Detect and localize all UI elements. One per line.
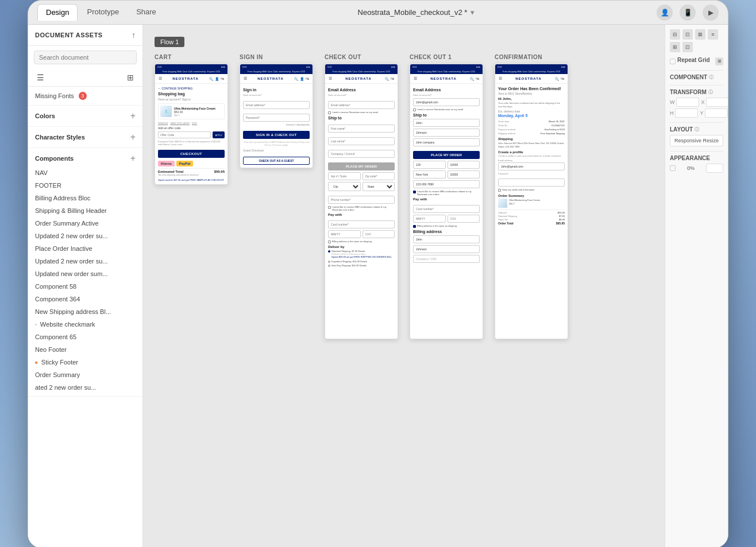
cart-save[interactable]: SAVE FOR LATER: [170, 122, 190, 125]
component-billing[interactable]: Billing Address Bloc: [28, 192, 142, 204]
rp-distribute[interactable]: ≡: [708, 29, 718, 40]
dropdown-icon[interactable]: ▾: [470, 8, 475, 17]
confirmation-frame[interactable]: 9:41●●● Free shipping With Care Club mem…: [495, 64, 568, 339]
checkout-email-checkbox[interactable]: [328, 111, 331, 114]
checkout-standard-radio[interactable]: [328, 250, 330, 253]
cart-bag-icon[interactable]: 🛍: [221, 77, 224, 81]
signin-search-icon[interactable]: 🔍: [294, 77, 298, 81]
checkout-email[interactable]: [328, 101, 395, 109]
rp-align-left[interactable]: ⊟: [670, 29, 680, 40]
checkout-phone[interactable]: [328, 196, 395, 204]
checkout1-billing-checkbox[interactable]: [413, 225, 416, 228]
component-65[interactable]: Component 65: [28, 331, 142, 343]
component-nav[interactable]: NAV: [28, 166, 142, 179]
signin-password[interactable]: [243, 114, 310, 122]
component-order-summary-2[interactable]: Order Summary: [28, 368, 142, 381]
components-header[interactable]: Components +: [28, 150, 142, 166]
component-footer[interactable]: FOOTER: [28, 179, 142, 192]
x-input[interactable]: [706, 98, 728, 107]
checkout-place-order[interactable]: PLACE MY ORDER: [328, 162, 395, 170]
rp-align-right[interactable]: ⊠: [695, 29, 705, 40]
component-checkmark[interactable]: ◦ Website checkmark: [28, 318, 142, 331]
checkout-billing-checkbox[interactable]: [328, 240, 331, 243]
missing-fonts-row[interactable]: Missing Fonts 3: [28, 89, 142, 103]
component-364[interactable]: Component 364: [28, 293, 142, 305]
checkout-company[interactable]: [328, 150, 395, 158]
list-view-btn[interactable]: ☰: [34, 71, 47, 84]
cart-hamburger[interactable]: ☰: [159, 76, 162, 81]
component-order-summary[interactable]: Order Summary Active: [28, 217, 142, 230]
checkout1-email-checkbox[interactable]: [413, 108, 416, 111]
repeat-grid-icon[interactable]: ⊞: [715, 57, 723, 65]
opacity-input[interactable]: [706, 164, 723, 173]
responsive-resize-btn[interactable]: Responsive Resize: [670, 135, 723, 146]
cart-remove[interactable]: REMOVE: [158, 122, 168, 125]
conf-hamburger[interactable]: ☰: [499, 76, 502, 81]
component-updated-1[interactable]: Updated 2 new order su...: [28, 230, 142, 242]
colors-header[interactable]: Colors +: [28, 108, 142, 124]
opacity-checkbox[interactable]: [670, 165, 676, 171]
checkout-expedited-radio[interactable]: [328, 261, 330, 263]
signin-email[interactable]: [243, 101, 310, 109]
component-new-shipping[interactable]: New Shipping address Bl...: [28, 305, 142, 318]
cart-account-icon[interactable]: 👤: [215, 77, 219, 81]
checkout-cvv[interactable]: [362, 230, 395, 238]
component-58[interactable]: Component 58: [28, 280, 142, 293]
cart-edit[interactable]: EDIT: [192, 122, 197, 125]
checkout1-search-icon[interactable]: 🔍: [470, 77, 474, 81]
rp-align-center[interactable]: ⊡: [682, 29, 693, 40]
component-info-icon[interactable]: ⓘ: [709, 74, 713, 80]
char-styles-header[interactable]: Character Styles +: [28, 129, 142, 145]
char-styles-add-icon[interactable]: +: [130, 133, 136, 142]
mobile-preview-icon[interactable]: 📱: [680, 5, 696, 21]
component-ated[interactable]: ated 2 new order su...: [28, 381, 142, 394]
conf-search-icon[interactable]: 🔍: [555, 77, 559, 81]
repeat-grid-checkbox[interactable]: [670, 59, 676, 64]
continue-shopping[interactable]: ← CONTINUE SHOPPING: [158, 87, 225, 90]
signin-account-icon[interactable]: 👤: [300, 77, 304, 81]
checkout-card[interactable]: [328, 220, 395, 228]
signin-hamburger[interactable]: ☰: [244, 76, 247, 81]
checkout-mmyy[interactable]: [328, 230, 361, 238]
offer-input[interactable]: [158, 131, 211, 138]
y-input[interactable]: [705, 108, 728, 118]
signin-bag-icon[interactable]: 🛍: [306, 77, 309, 81]
checkout-apt[interactable]: [328, 172, 361, 180]
w-input[interactable]: [676, 98, 699, 107]
checkout-search-icon[interactable]: 🔍: [385, 77, 389, 81]
colors-add-icon[interactable]: +: [130, 111, 136, 121]
export-icon[interactable]: ↑: [132, 30, 136, 40]
rp-grid[interactable]: ⊡: [682, 42, 693, 52]
user-icon[interactable]: 👤: [657, 5, 673, 21]
components-add-icon[interactable]: +: [130, 154, 136, 163]
sidebar-search[interactable]: [34, 51, 137, 64]
rp-more[interactable]: ⊞: [670, 42, 680, 52]
checkout-city[interactable]: City: [328, 182, 361, 191]
checkout1-hamburger[interactable]: ☰: [414, 76, 417, 81]
signin-btn[interactable]: SIGN IN & CHECK OUT: [243, 131, 310, 139]
guest-btn[interactable]: CHECK OUT AS A GUEST: [243, 157, 310, 165]
transform-info-icon[interactable]: ⓘ: [708, 89, 713, 95]
checkout-lastname[interactable]: [328, 137, 395, 145]
checkout-sms-checkbox[interactable]: [328, 206, 331, 209]
tab-share[interactable]: Share: [128, 4, 164, 21]
canvas-area[interactable]: Flow 1 CART 9:41●●● Free shipping With C…: [143, 25, 665, 547]
checkout1-frame[interactable]: 9:41●●● Free shipping With Care Club mem…: [410, 64, 483, 339]
h-input[interactable]: [675, 108, 698, 118]
play-icon[interactable]: ▶: [703, 5, 719, 21]
grid-view-btn[interactable]: ⊞: [124, 71, 137, 84]
component-updated-3[interactable]: Updated new order sum...: [28, 267, 142, 280]
conf-save-cc-checkbox[interactable]: [498, 189, 501, 192]
checkout1-mmyy[interactable]: [413, 215, 446, 223]
component-place-order[interactable]: Place Order Inactive: [28, 242, 142, 255]
search-input[interactable]: [34, 51, 137, 64]
cart-search-icon[interactable]: 🔍: [209, 77, 213, 81]
tab-design[interactable]: Design: [37, 4, 78, 21]
forgot-password-link[interactable]: FORGOT PASSWORD: [243, 123, 310, 126]
tab-prototype[interactable]: Prototype: [79, 4, 127, 21]
apply-btn[interactable]: APPLY: [213, 131, 225, 138]
checkout-btn[interactable]: CHECKOUT: [158, 150, 225, 158]
checkout-hamburger[interactable]: ☰: [329, 76, 332, 81]
component-updated-2[interactable]: Updated 2 new order su...: [28, 255, 142, 267]
conf-bag-icon[interactable]: 🛍: [561, 77, 564, 81]
